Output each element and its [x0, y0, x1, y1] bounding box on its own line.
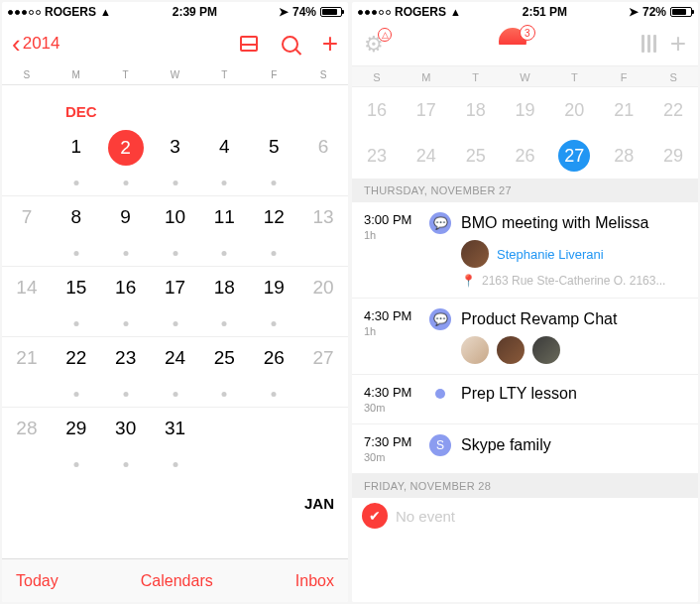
event-dot-icon: [73, 392, 78, 397]
calendar-day-cell[interactable]: 19: [249, 267, 298, 336]
calendar-day-cell[interactable]: 29: [52, 408, 101, 477]
calendar-day-cell[interactable]: 2: [101, 126, 151, 195]
calendar-day-cell[interactable]: 1: [52, 126, 101, 195]
add-event-button[interactable]: +: [322, 30, 338, 58]
avatar[interactable]: [497, 336, 525, 364]
calendar-day-cell[interactable]: 25: [199, 337, 249, 407]
week-day-cell[interactable]: 17: [402, 100, 451, 121]
week-day-cell[interactable]: 24: [402, 146, 451, 167]
calendar-day-cell[interactable]: 14: [2, 267, 52, 336]
inbox-button[interactable]: Inbox: [295, 572, 334, 590]
calendar-day-cell[interactable]: 4: [199, 126, 249, 195]
carrier-label: ROGERS: [45, 5, 96, 19]
calendars-button[interactable]: Calendars: [141, 572, 213, 590]
calendar-day-cell[interactable]: 8: [52, 196, 101, 266]
calendar-day-cell[interactable]: 3: [151, 126, 200, 195]
wifi-icon: ▲: [100, 6, 111, 18]
event-dot-icon: [435, 389, 445, 399]
month-label: DEC: [65, 85, 348, 126]
week-day-cell[interactable]: 27: [549, 140, 599, 172]
week-day-cell[interactable]: 18: [451, 100, 501, 121]
week-grid[interactable]: 1617181920212223242526272829: [352, 87, 698, 179]
week-day-cell[interactable]: 19: [501, 100, 550, 121]
calendar-day-cell[interactable]: 16: [101, 267, 151, 336]
calendar-day-cell[interactable]: 18: [199, 267, 249, 336]
event-title: Product Revamp Chat: [461, 310, 617, 328]
list-view-icon[interactable]: [240, 36, 258, 52]
calendar-day-cell[interactable]: 10: [151, 196, 200, 266]
dow-cell: F: [249, 65, 298, 84]
event-dot-icon: [123, 392, 128, 397]
pin-icon: 📍: [461, 274, 476, 288]
calendar-day-cell[interactable]: 9: [101, 196, 151, 266]
calendar-day-cell[interactable]: 11: [199, 196, 249, 266]
event-dot-icon: [272, 321, 277, 326]
battery-percent: 74%: [292, 5, 316, 19]
location-icon: ➤: [629, 5, 639, 19]
alert-badge-icon: △: [378, 28, 392, 42]
week-day-cell[interactable]: 29: [648, 146, 698, 167]
calendar-day-cell[interactable]: 26: [249, 337, 298, 407]
calendar-day-cell[interactable]: 15: [52, 267, 101, 336]
week-row: 23242526272829: [352, 133, 698, 179]
week-day-cell[interactable]: 26: [501, 146, 550, 167]
calendar-day-cell[interactable]: 28: [2, 408, 52, 477]
calendar-day-cell[interactable]: 12: [249, 196, 298, 266]
dow-cell: S: [2, 65, 52, 84]
today-button[interactable]: Today: [16, 572, 58, 590]
event-row[interactable]: 3:00 PM1h💬BMO meeting with MelissaStepha…: [352, 202, 698, 299]
signal-dots-icon: [8, 10, 41, 15]
month-view[interactable]: DEC 123456789101112131415161718192021222…: [2, 85, 348, 558]
calendar-day-cell[interactable]: 23: [101, 337, 151, 407]
settings-button[interactable]: ⚙ △: [364, 32, 388, 56]
event-dot-icon: [123, 181, 128, 185]
dow-cell: W: [151, 65, 200, 84]
calendar-day-cell[interactable]: 6: [298, 126, 348, 195]
calendar-day-cell[interactable]: 31: [151, 408, 200, 477]
calendar-day-cell[interactable]: 20: [298, 267, 348, 336]
calendar-day-cell[interactable]: 5: [249, 126, 298, 195]
calendar-day-cell[interactable]: 13: [298, 196, 348, 266]
year-label: 2014: [23, 34, 60, 54]
calendar-day-cell[interactable]: 24: [151, 337, 200, 407]
event-title: BMO meeting with Melissa: [461, 214, 648, 232]
calendar-day-cell[interactable]: 22: [52, 337, 101, 407]
calendar-day-cell[interactable]: 17: [151, 267, 200, 336]
calendar-day-cell[interactable]: 21: [2, 337, 52, 407]
add-event-button[interactable]: +: [670, 30, 686, 58]
attendee-row: Stephanie Liverani: [461, 240, 686, 268]
status-bar: ROGERS ▲ 2:39 PM ➤ 74%: [2, 2, 348, 22]
calendar-day-cell[interactable]: 30: [101, 408, 151, 477]
event-row[interactable]: 4:30 PM30mPrep LTY lesson: [352, 375, 698, 424]
week-day-cell[interactable]: 20: [549, 100, 599, 121]
avatar[interactable]: [532, 336, 560, 364]
week-day-cell[interactable]: 25: [451, 146, 501, 167]
app-logo[interactable]: 3: [499, 28, 530, 60]
dow-cell: S: [352, 66, 402, 86]
status-time: 2:39 PM: [173, 5, 217, 19]
event-row[interactable]: 7:30 PM30mSSkype family: [352, 424, 698, 474]
notification-count-badge: 3: [520, 25, 535, 41]
event-dot-icon: [222, 392, 227, 397]
week-day-cell[interactable]: 23: [352, 146, 402, 167]
avatar[interactable]: [461, 240, 489, 268]
search-icon[interactable]: [282, 36, 298, 53]
back-button[interactable]: ‹2014: [12, 31, 60, 57]
view-mode-icon[interactable]: [642, 35, 656, 53]
calendar-day-cell[interactable]: 7: [2, 196, 52, 266]
event-list[interactable]: THURSDAY, NOVEMBER 273:00 PM1h💬BMO meeti…: [352, 179, 698, 602]
week-day-cell[interactable]: 21: [599, 100, 648, 121]
week-day-cell[interactable]: 28: [599, 146, 648, 167]
event-dot-icon: [222, 321, 227, 326]
day-of-week-header: SMTWTFS: [2, 65, 348, 85]
wifi-icon: ▲: [450, 6, 461, 18]
avatar[interactable]: [461, 336, 489, 364]
attendee-name[interactable]: Stephanie Liverani: [497, 247, 604, 262]
calendar-day-cell[interactable]: 27: [298, 337, 348, 407]
dow-cell: W: [501, 66, 550, 86]
week-day-cell[interactable]: 22: [648, 100, 698, 121]
event-row[interactable]: 4:30 PM1h💬Product Revamp Chat: [352, 299, 698, 375]
attendee-row: [461, 336, 686, 364]
week-day-cell[interactable]: 16: [352, 100, 402, 121]
carrier-label: ROGERS: [395, 5, 446, 19]
